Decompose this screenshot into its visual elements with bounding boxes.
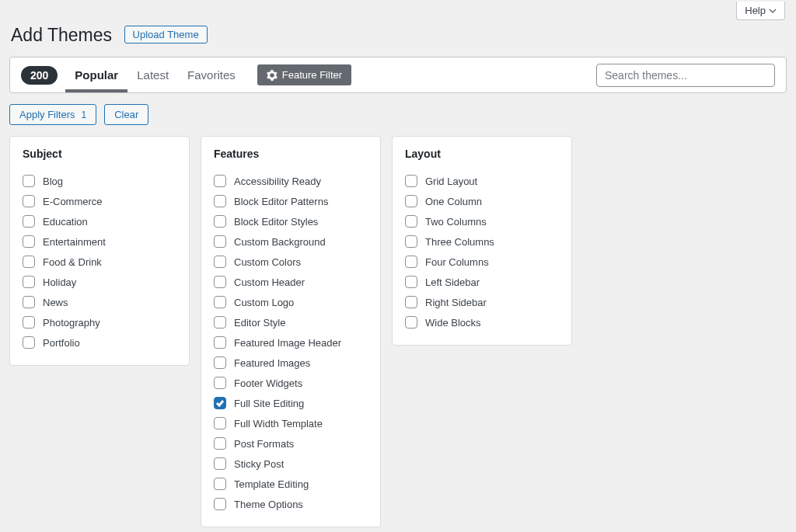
- filter-checkbox-row[interactable]: Editor Style: [214, 312, 368, 332]
- checkbox[interactable]: [23, 175, 35, 187]
- checkbox[interactable]: [23, 276, 35, 288]
- checkbox-label: Footer Widgets: [234, 377, 302, 389]
- checkbox[interactable]: [214, 478, 226, 490]
- filter-checkbox-row[interactable]: Left Sidebar: [405, 272, 559, 292]
- filter-checkbox-row[interactable]: Photography: [23, 312, 176, 332]
- checkbox[interactable]: [214, 356, 226, 369]
- filter-checkbox-row[interactable]: Full Width Template: [214, 413, 368, 433]
- check-icon: [215, 398, 225, 408]
- filter-group-title: Subject: [23, 148, 176, 160]
- checkbox[interactable]: [214, 276, 226, 288]
- checkbox[interactable]: [405, 195, 417, 207]
- checkbox[interactable]: [23, 316, 35, 329]
- checkbox[interactable]: [405, 175, 417, 187]
- checkbox[interactable]: [214, 175, 226, 187]
- checkbox-label: Custom Background: [234, 236, 326, 248]
- filter-checkbox-row[interactable]: Wide Blocks: [405, 312, 559, 332]
- checkbox[interactable]: [405, 316, 417, 329]
- filter-checkbox-row[interactable]: Blog: [23, 171, 176, 191]
- filter-bar: 200 Popular Latest Favorites Feature Fil…: [9, 57, 787, 93]
- checkbox[interactable]: [23, 256, 35, 268]
- tab-latest[interactable]: Latest: [127, 57, 178, 92]
- tab-popular[interactable]: Popular: [65, 57, 127, 92]
- clear-button[interactable]: Clear: [104, 104, 148, 125]
- tab-favorites[interactable]: Favorites: [178, 57, 245, 92]
- filter-checkbox-row[interactable]: Portfolio: [23, 332, 176, 353]
- filter-checkbox-row[interactable]: Grid Layout: [405, 171, 559, 191]
- checkbox-label: Full Width Template: [234, 418, 323, 429]
- checkbox[interactable]: [214, 498, 226, 510]
- filter-checkbox-row[interactable]: E-Commerce: [23, 191, 176, 211]
- checkbox-label: Block Editor Styles: [234, 216, 318, 228]
- filter-checkbox-row[interactable]: Custom Logo: [214, 292, 368, 312]
- filter-checkbox-row[interactable]: Accessibility Ready: [214, 171, 368, 191]
- theme-count-pill: 200: [21, 66, 58, 85]
- checkbox-label: Three Columns: [425, 236, 494, 248]
- checkbox[interactable]: [214, 195, 226, 207]
- filter-checkbox-row[interactable]: Right Sidebar: [405, 292, 559, 312]
- filter-checkbox-row[interactable]: Education: [23, 211, 176, 231]
- filter-checkbox-row[interactable]: Full Site Editing: [214, 393, 368, 413]
- filter-checkbox-row[interactable]: Theme Options: [214, 494, 368, 514]
- checkbox[interactable]: [23, 296, 35, 308]
- checkbox[interactable]: [405, 235, 417, 248]
- checkbox-label: Editor Style: [234, 317, 285, 329]
- filter-checkbox-row[interactable]: Custom Header: [214, 272, 368, 292]
- checkbox[interactable]: [214, 215, 226, 228]
- checkbox[interactable]: [214, 437, 226, 450]
- checkbox[interactable]: [405, 256, 417, 268]
- checkbox[interactable]: [214, 417, 226, 429]
- checkbox-label: Custom Logo: [234, 297, 294, 308]
- filter-checkbox-row[interactable]: Featured Image Header: [214, 332, 368, 353]
- filter-checkbox-row[interactable]: Holiday: [23, 272, 176, 292]
- filter-checkbox-row[interactable]: Footer Widgets: [214, 373, 368, 393]
- page-title: Add Themes: [3, 20, 120, 49]
- filter-checkbox-row[interactable]: Post Formats: [214, 433, 368, 454]
- checkbox-label: Grid Layout: [425, 176, 477, 187]
- apply-filters-button[interactable]: Apply Filters 1: [9, 104, 96, 125]
- filter-checkbox-row[interactable]: Block Editor Styles: [214, 211, 368, 231]
- filter-checkbox-row[interactable]: Custom Colors: [214, 252, 368, 272]
- filter-checkbox-row[interactable]: One Column: [405, 191, 559, 211]
- checkbox-label: Custom Header: [234, 276, 305, 288]
- checkbox-label: Theme Options: [234, 499, 303, 510]
- checkbox[interactable]: [405, 296, 417, 308]
- checkbox[interactable]: [214, 256, 226, 268]
- checkbox[interactable]: [214, 296, 226, 308]
- filter-checkbox-row[interactable]: Sticky Post: [214, 454, 368, 474]
- feature-filter-button[interactable]: Feature Filter: [257, 64, 351, 85]
- checkbox-label: Wide Blocks: [425, 317, 481, 329]
- checkbox[interactable]: [23, 215, 35, 228]
- filter-checkbox-row[interactable]: News: [23, 292, 176, 312]
- apply-filters-label: Apply Filters: [19, 109, 75, 120]
- filter-checkbox-row[interactable]: Food & Drink: [23, 252, 176, 272]
- filter-checkbox-row[interactable]: Four Columns: [405, 252, 559, 272]
- help-button[interactable]: Help: [736, 2, 785, 20]
- search-input[interactable]: [596, 64, 775, 87]
- checkbox-label: Entertainment: [43, 236, 106, 248]
- filter-checkbox-row[interactable]: Two Columns: [405, 211, 559, 231]
- checkbox-label: E-Commerce: [43, 196, 103, 207]
- checkbox[interactable]: [23, 336, 35, 349]
- checkbox[interactable]: [214, 457, 226, 470]
- filter-checkbox-row[interactable]: Custom Background: [214, 231, 368, 252]
- checkbox-label: Featured Image Header: [234, 337, 341, 349]
- checkbox[interactable]: [214, 316, 226, 329]
- checkbox[interactable]: [214, 397, 226, 409]
- checkbox[interactable]: [23, 195, 35, 207]
- filter-checkbox-row[interactable]: Template Editing: [214, 474, 368, 494]
- checkbox-label: Left Sidebar: [425, 276, 480, 288]
- filter-checkbox-row[interactable]: Entertainment: [23, 231, 176, 252]
- upload-theme-button[interactable]: Upload Theme: [124, 26, 208, 43]
- checkbox[interactable]: [405, 215, 417, 228]
- checkbox[interactable]: [23, 235, 35, 248]
- checkbox[interactable]: [405, 276, 417, 288]
- checkbox[interactable]: [214, 235, 226, 248]
- filter-checkbox-row[interactable]: Block Editor Patterns: [214, 191, 368, 211]
- checkbox[interactable]: [214, 377, 226, 389]
- filter-checkbox-row[interactable]: Featured Images: [214, 353, 368, 373]
- checkbox-label: Four Columns: [425, 256, 489, 268]
- checkbox-label: Education: [43, 216, 88, 228]
- filter-checkbox-row[interactable]: Three Columns: [405, 231, 559, 252]
- checkbox[interactable]: [214, 336, 226, 349]
